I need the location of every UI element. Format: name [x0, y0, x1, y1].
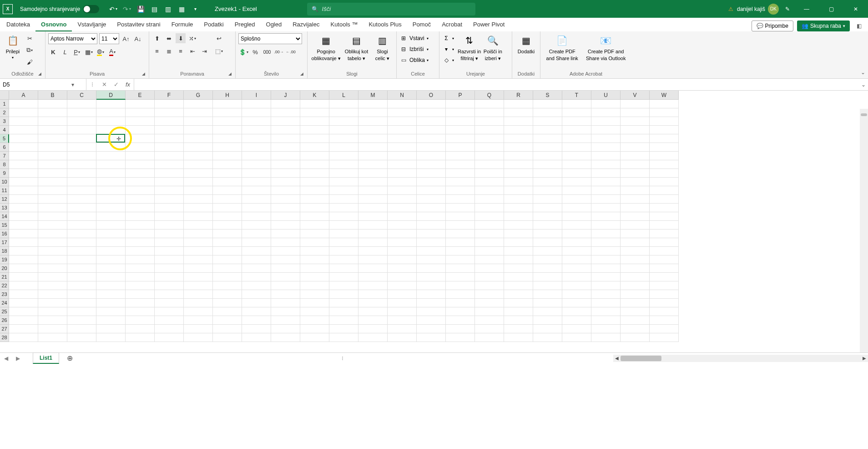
cell[interactable]: [621, 117, 650, 126]
align-top-button[interactable]: ⬆: [152, 33, 162, 43]
row-header-14[interactable]: 14: [0, 212, 9, 221]
cell[interactable]: [591, 186, 621, 195]
cell[interactable]: [67, 212, 96, 221]
cell[interactable]: [591, 316, 621, 325]
cell[interactable]: [96, 273, 126, 281]
cell[interactable]: [38, 230, 67, 238]
cell[interactable]: [446, 316, 475, 325]
cell[interactable]: [533, 281, 562, 290]
col-header-V[interactable]: V: [621, 91, 650, 100]
cell[interactable]: [67, 238, 96, 247]
cell[interactable]: [504, 316, 533, 325]
cell[interactable]: [650, 152, 679, 160]
number-format-select[interactable]: Splošno: [238, 33, 302, 44]
cell[interactable]: [591, 238, 621, 247]
cell[interactable]: [9, 178, 38, 186]
cell[interactable]: [417, 290, 446, 299]
cell[interactable]: [329, 186, 358, 195]
cell[interactable]: [155, 333, 184, 342]
cell[interactable]: [213, 100, 242, 108]
cell[interactable]: [562, 255, 591, 264]
cell[interactable]: [562, 290, 591, 299]
cell[interactable]: [126, 143, 155, 152]
cell[interactable]: [475, 264, 504, 273]
cell[interactable]: [417, 126, 446, 134]
cell[interactable]: [213, 143, 242, 152]
cell[interactable]: [358, 238, 388, 247]
search-box[interactable]: 🔍: [307, 3, 475, 15]
paste-button[interactable]: 📋 Prilepi ▾: [3, 33, 23, 60]
cell[interactable]: [184, 238, 213, 247]
cell[interactable]: [562, 325, 591, 333]
cell[interactable]: [96, 160, 126, 169]
cell[interactable]: [329, 204, 358, 212]
cell[interactable]: [417, 307, 446, 316]
cell[interactable]: [213, 299, 242, 307]
cell[interactable]: [271, 152, 300, 160]
tab-pomoč[interactable]: Pomoč: [407, 18, 436, 31]
cell[interactable]: [504, 325, 533, 333]
cell[interactable]: [242, 186, 271, 195]
cell[interactable]: [358, 169, 388, 178]
cell[interactable]: [184, 307, 213, 316]
cell[interactable]: [591, 290, 621, 299]
cell[interactable]: [562, 126, 591, 134]
cell[interactable]: [475, 325, 504, 333]
cell[interactable]: [126, 333, 155, 342]
cell[interactable]: [621, 238, 650, 247]
cell[interactable]: [67, 333, 96, 342]
cell[interactable]: [475, 204, 504, 212]
cell[interactable]: [417, 299, 446, 307]
cell[interactable]: [329, 169, 358, 178]
cell[interactable]: [562, 247, 591, 255]
cancel-formula-button[interactable]: ✕: [98, 81, 110, 88]
cell[interactable]: [38, 178, 67, 186]
cell[interactable]: [67, 264, 96, 273]
cell[interactable]: [184, 134, 213, 143]
cell[interactable]: [38, 255, 67, 264]
cell[interactable]: [9, 325, 38, 333]
find-select-button[interactable]: 🔍 Poišči in izberi ▾: [483, 33, 503, 61]
cell[interactable]: [591, 152, 621, 160]
cell[interactable]: [388, 264, 417, 273]
cell[interactable]: [155, 290, 184, 299]
cell[interactable]: [9, 169, 38, 178]
cell[interactable]: [446, 160, 475, 169]
cell[interactable]: [329, 264, 358, 273]
cell[interactable]: [446, 290, 475, 299]
orientation-button[interactable]: ⤭: [187, 33, 197, 43]
cell[interactable]: [621, 160, 650, 169]
cell[interactable]: [213, 273, 242, 281]
align-middle-button[interactable]: ⬌: [164, 33, 174, 43]
cell[interactable]: [126, 186, 155, 195]
cell[interactable]: [475, 238, 504, 247]
cell[interactable]: [67, 178, 96, 186]
cell[interactable]: [650, 230, 679, 238]
cell[interactable]: [38, 186, 67, 195]
cell[interactable]: [358, 307, 388, 316]
cell[interactable]: [184, 264, 213, 273]
hscroll-thumb[interactable]: [621, 356, 661, 361]
cell[interactable]: [591, 143, 621, 152]
cell[interactable]: [329, 281, 358, 290]
cell[interactable]: [155, 134, 184, 143]
cell[interactable]: [155, 195, 184, 204]
cell[interactable]: [213, 307, 242, 316]
decrease-font-button[interactable]: A↓: [133, 34, 143, 44]
cell[interactable]: [126, 160, 155, 169]
cell[interactable]: [388, 195, 417, 204]
cell[interactable]: [358, 152, 388, 160]
cell[interactable]: [621, 316, 650, 325]
cell[interactable]: [155, 273, 184, 281]
cell[interactable]: [358, 230, 388, 238]
tab-razvijalec[interactable]: Razvijalec: [287, 18, 325, 31]
cell[interactable]: [213, 230, 242, 238]
cell[interactable]: [562, 117, 591, 126]
cell[interactable]: [126, 264, 155, 273]
cell[interactable]: [446, 100, 475, 108]
cell[interactable]: [358, 264, 388, 273]
autosave-toggle[interactable]: [83, 5, 99, 13]
cell[interactable]: [184, 186, 213, 195]
cell[interactable]: [591, 230, 621, 238]
cell[interactable]: [504, 186, 533, 195]
